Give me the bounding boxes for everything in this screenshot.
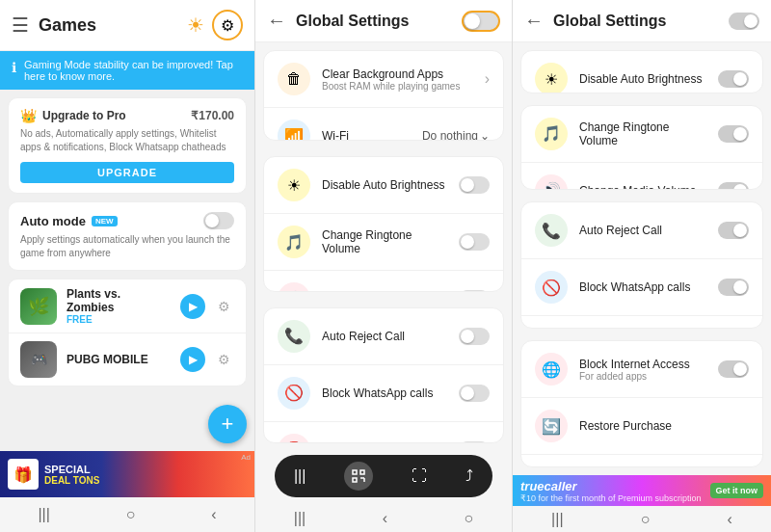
nav3-home-icon[interactable]: ○	[641, 511, 651, 528]
nav2-menu-icon[interactable]: |||	[294, 510, 306, 527]
info-icon: ℹ	[12, 60, 16, 75]
brightness-icon-3: ☀	[535, 63, 568, 93]
panel-games: ☰ Games ☀ ⚙ ℹ Gaming Mode stability can …	[0, 0, 255, 532]
back-icon[interactable]: ←	[267, 10, 286, 32]
ad-text: SPECIAL DEAL TONS	[44, 464, 99, 486]
wifi-value-text: Do nothing	[422, 129, 478, 141]
nav3-back-icon[interactable]: ‹	[728, 511, 732, 528]
settings-item-whatsapp-3: 🚫 Block WhatsApp calls	[521, 259, 762, 316]
media-icon-3: 🔊	[535, 174, 568, 190]
play-button-pubg[interactable]: ▶	[180, 347, 205, 372]
ad-get-button[interactable]: Get it now	[710, 483, 764, 498]
wifi-value[interactable]: Do nothing ⌄	[422, 129, 490, 141]
game-icon-pubg: 🎮	[20, 341, 57, 378]
ringtone-toggle[interactable]	[459, 233, 490, 251]
bottom-circle	[344, 462, 373, 491]
global-toggle-3[interactable]	[729, 13, 759, 30]
auto-mode-title-row: Auto mode NEW	[20, 214, 118, 228]
block-net-icon: 🌐	[535, 353, 568, 386]
media-toggle[interactable]	[459, 290, 490, 292]
settings-button-pubg[interactable]: ⚙	[213, 349, 234, 370]
upgrade-button[interactable]: UPGRADE	[20, 162, 234, 183]
clear-bg-label: Clear Background Apps	[322, 67, 473, 81]
nav-back-icon[interactable]: ‹	[211, 506, 216, 523]
nav3-menu-icon[interactable]: |||	[551, 511, 563, 528]
brightness-toggle-3[interactable]	[718, 70, 749, 88]
block-net-text: Block Internet Access For added apps	[579, 358, 706, 382]
whatsapp-text-3: Block WhatsApp calls	[579, 280, 706, 294]
panel-global-settings-1: ← Global Settings 🗑 Clear Background App…	[255, 0, 513, 532]
whatsapp-icon-3: 🚫	[535, 271, 568, 304]
reject-toggle[interactable]	[459, 328, 490, 345]
panel1-nav-bar: ||| ○ ‹	[0, 497, 254, 532]
settings-item-wifi: 📶 Wi-Fi Do nothing ⌄	[264, 108, 503, 141]
play-button-pvz[interactable]: ▶	[180, 294, 205, 319]
upgrade-label: Upgrade to Pro	[42, 109, 126, 122]
auto-mode-header: Auto mode NEW	[20, 212, 234, 229]
ringtone-label: Change Ringtone Volume	[322, 228, 447, 255]
gear-icon-button[interactable]: ⚙	[212, 10, 243, 40]
sun-icon[interactable]: ☀	[187, 13, 204, 37]
brightness-text-3: Disable Auto Brightness	[579, 72, 706, 86]
brightness-label: Disable Auto Brightness	[322, 178, 447, 192]
media-icon: 🔊	[278, 282, 310, 292]
panel3-title: Global Settings	[553, 13, 729, 30]
settings-item-brightness: ☀ Disable Auto Brightness	[264, 157, 503, 214]
svg-rect-1	[360, 470, 364, 474]
settings-item-media-3: 🔊 Change Media Volume	[521, 163, 762, 190]
nav-menu-icon[interactable]: |||	[38, 506, 49, 523]
brightness-icon: ☀	[278, 169, 310, 201]
settings-item-ringtone: 🎵 Change Ringtone Volume	[264, 214, 503, 271]
game-icon-pvz: 🌿	[20, 288, 57, 325]
nav2-back-icon[interactable]: ‹	[383, 510, 387, 527]
reject-toggle-3[interactable]	[718, 222, 749, 239]
ad-icon: 🎁	[8, 459, 39, 490]
back-icon-3[interactable]: ←	[524, 10, 544, 32]
settings-card-p3-3: 📞 Auto Reject Call 🚫 Block WhatsApp call…	[520, 201, 763, 329]
crown-icon: 👑	[20, 108, 37, 123]
ad-label: Ad	[241, 453, 251, 462]
ad-title: SPECIAL	[44, 464, 99, 475]
reject-label: Auto Reject Call	[322, 330, 447, 343]
bottom-nav-export[interactable]: ⤴	[465, 467, 473, 485]
whatsapp-toggle-3[interactable]	[718, 279, 749, 296]
ringtone-toggle-3[interactable]	[718, 125, 749, 143]
settings-item-ringtone-3: 🎵 Change Ringtone Volume	[521, 106, 762, 163]
upgrade-pro-label: 👑 Upgrade to Pro	[20, 108, 126, 123]
clear-bg-icon: 🗑	[278, 63, 310, 95]
ringtone-text: Change Ringtone Volume	[322, 228, 447, 255]
wifi-label: Wi-Fi	[322, 129, 411, 141]
media-toggle-3[interactable]	[718, 182, 749, 190]
notif-toggle[interactable]	[459, 441, 490, 443]
games-header: ☰ Games ☀ ⚙	[0, 0, 254, 51]
game-info-pubg: PUBG MOBILE	[66, 353, 171, 366]
header-icons: ☀ ⚙	[187, 10, 243, 40]
game-tag-pvz: FREE	[66, 314, 171, 325]
brightness-toggle[interactable]	[459, 176, 490, 194]
whatsapp-toggle[interactable]	[459, 385, 490, 402]
auto-mode-toggle[interactable]	[203, 212, 234, 229]
bottom-nav-menu[interactable]: |||	[294, 467, 306, 485]
info-banner[interactable]: ℹ Gaming Mode stability can be improved!…	[0, 51, 254, 90]
fab-button[interactable]: +	[208, 405, 247, 443]
settings-button-pvz[interactable]: ⚙	[213, 296, 234, 317]
restore-icon: 🔄	[535, 410, 568, 442]
panel2-header: ← Global Settings	[255, 0, 512, 42]
ad-banner: Ad 🎁 SPECIAL DEAL TONS	[0, 451, 254, 497]
nav2-home-icon[interactable]: ○	[465, 510, 474, 527]
settings-item-reject: 📞 Auto Reject Call	[264, 308, 503, 365]
whatsapp-label-3: Block WhatsApp calls	[579, 280, 706, 294]
settings-item-restore: 🔄 Restore Purchase	[521, 398, 762, 455]
block-net-toggle[interactable]	[718, 360, 749, 378]
settings-card-p3-4: 🌐 Block Internet Access For added apps 🔄…	[520, 340, 763, 467]
settings-item-block-net: 🌐 Block Internet Access For added apps	[521, 341, 762, 398]
ringtone-icon-3: 🎵	[535, 118, 568, 150]
settings-item-notif-3: 🔕 Notification Blocking	[521, 316, 762, 329]
hamburger-icon[interactable]: ☰	[12, 13, 29, 37]
auto-mode-desc: Apply settings automatically when you la…	[20, 233, 234, 260]
upgrade-desc: No ads, Automatically apply settings, Wh…	[20, 127, 234, 154]
game-actions-pubg: ▶ ⚙	[180, 347, 234, 372]
bottom-nav-share[interactable]: ⛶	[412, 467, 427, 485]
nav-home-icon[interactable]: ○	[126, 506, 136, 523]
global-toggle[interactable]	[462, 11, 500, 32]
